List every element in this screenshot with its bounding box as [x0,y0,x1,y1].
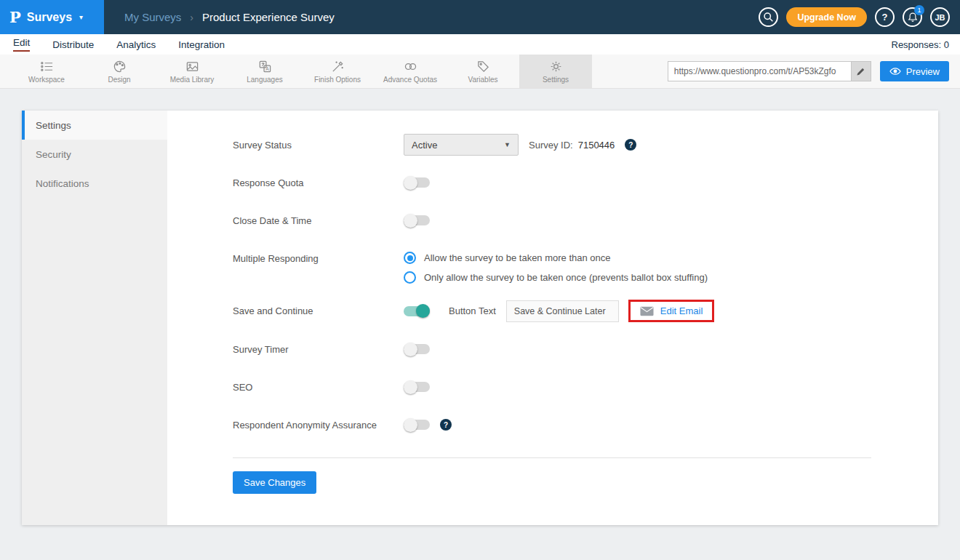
survey-id-value: 7150446 [578,140,615,151]
toolbar-item-advance-quotas[interactable]: Advance Quotas [374,55,447,88]
toolbar-item-languages[interactable]: A Languages [228,55,301,88]
radio-unselected-icon[interactable] [404,271,416,284]
breadcrumb: My Surveys › Product Experience Survey [124,11,335,23]
palette-icon [113,60,127,73]
anonymity-toggle[interactable] [404,420,430,430]
close-date-time-row: Close Date & Time [233,209,938,231]
survey-nav-tabs: Edit Distribute Analytics Integration Re… [0,34,960,55]
topbar-actions: Upgrade Now ? 1 JB [759,7,950,27]
search-icon [763,12,774,23]
response-quota-label: Response Quota [233,177,404,188]
response-quota-toggle[interactable] [404,177,430,188]
radio-option-only-once[interactable]: Only allow the survey to be taken once (… [404,271,708,284]
topbar: P Surveys ▾ My Surveys › Product Experie… [0,0,960,34]
response-quota-row: Response Quota [233,172,938,193]
survey-id-label: Survey ID: [529,140,573,151]
settings-card: Settings Security Notifications Survey S… [22,111,938,525]
envelope-icon [640,306,654,316]
survey-status-select[interactable]: Active ▼ [404,134,519,156]
questionpro-logo: P [9,8,21,26]
anonymity-label: Respondent Anonymity Assurance [233,420,404,431]
surveys-menu-label: Surveys [27,11,72,24]
edit-toolbar: Workspace Design Media Library A Languag… [0,55,960,89]
notification-badge: 1 [914,5,924,15]
annotation-highlight: Edit Email [628,300,715,322]
tab-integration[interactable]: Integration [178,39,225,50]
toolbar-item-media-library[interactable]: Media Library [156,55,228,88]
notifications-button[interactable]: 1 [903,7,922,27]
survey-timer-label: Survey Timer [233,344,404,355]
tab-analytics[interactable]: Analytics [116,39,156,50]
gear-icon [549,60,563,73]
multiple-responding-options: Allow the survey to be taken more than o… [404,247,708,284]
tab-distribute[interactable]: Distribute [52,39,94,50]
radio-selected-icon[interactable] [404,252,416,264]
form-divider [233,457,871,458]
toolbar-item-workspace[interactable]: Workspace [10,55,83,88]
toolbar-item-design[interactable]: Design [83,55,156,88]
tag-icon [476,60,490,73]
survey-status-label: Survey Status [233,140,404,151]
search-button[interactable] [759,7,778,27]
toolbar-item-finish-options[interactable]: Finish Options [301,55,374,88]
anonymity-help-icon[interactable]: ? [440,419,452,431]
magic-wand-icon [331,60,345,73]
sidebar-item-settings[interactable]: Settings [22,111,167,140]
chain-links-icon [404,60,417,73]
survey-timer-toggle[interactable] [404,344,430,354]
main-content: Settings Security Notifications Survey S… [0,89,960,560]
pencil-icon [856,67,865,76]
sidebar-item-notifications[interactable]: Notifications [22,169,167,198]
help-button[interactable]: ? [875,7,895,27]
survey-url-field [668,61,871,81]
sidebar-item-security[interactable]: Security [22,140,167,169]
survey-timer-row: Survey Timer [233,338,938,360]
survey-url-input[interactable] [668,62,851,81]
settings-sidebar: Settings Security Notifications [22,111,167,525]
breadcrumb-my-surveys[interactable]: My Surveys [124,11,181,23]
save-and-continue-label: Save and Continue [233,305,404,316]
edit-email-link[interactable]: Edit Email [660,305,703,316]
chevron-down-icon: ▼ [504,141,511,148]
close-date-time-toggle[interactable] [404,215,430,225]
button-text-input[interactable] [506,300,619,322]
multiple-responding-row: Multiple Responding Allow the survey to … [233,247,938,284]
toolbar-item-variables[interactable]: Variables [447,55,519,88]
preview-button[interactable]: Preview [880,61,949,81]
image-icon [185,60,199,73]
toolbar-item-settings[interactable]: Settings [519,55,592,88]
seo-row: SEO [233,376,938,398]
tab-edit[interactable]: Edit [13,37,30,52]
survey-id-group: Survey ID: 7150446 [529,140,615,151]
eye-icon [889,67,901,76]
close-date-time-label: Close Date & Time [233,215,404,226]
multiple-responding-label: Multiple Responding [233,247,404,264]
anonymity-row: Respondent Anonymity Assurance ? [233,414,938,436]
edit-url-button[interactable] [851,62,871,81]
seo-label: SEO [233,382,404,393]
upgrade-button[interactable]: Upgrade Now [786,7,867,27]
settings-form: Survey Status Active ▼ Survey ID: 715044… [167,111,938,525]
save-changes-button[interactable]: Save Changes [233,471,316,494]
toolbar-right: Preview [668,61,949,81]
survey-status-row: Survey Status Active ▼ Survey ID: 715044… [233,134,938,156]
survey-id-help-icon[interactable]: ? [625,139,636,151]
chevron-down-icon: ▾ [79,13,83,21]
page-title: Product Experience Survey [202,11,335,23]
seo-toggle[interactable] [404,382,430,392]
svg-text:A: A [265,65,269,71]
save-and-continue-row: Save and Continue Button Text Edit Email [233,300,938,322]
save-and-continue-toggle[interactable] [404,306,430,316]
translate-icon: A [258,60,272,73]
workspace-icon [40,60,54,73]
surveys-menu[interactable]: P Surveys ▾ [0,0,104,34]
avatar[interactable]: JB [930,7,950,27]
responses-count: Responses: 0 [892,39,950,50]
button-text-label: Button Text [449,305,496,316]
radio-option-more-than-once[interactable]: Allow the survey to be taken more than o… [404,252,708,264]
breadcrumb-separator-icon: › [190,12,193,23]
